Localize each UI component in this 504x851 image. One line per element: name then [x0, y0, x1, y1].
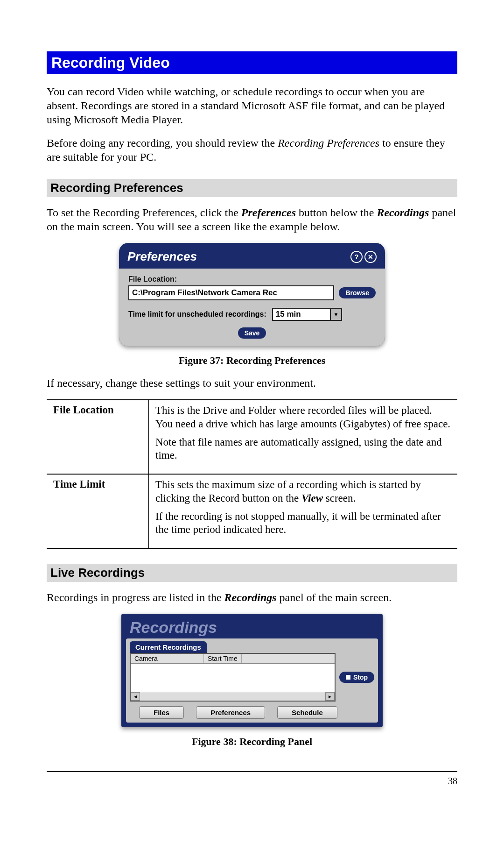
recordings-panel: Recordings Current Recordings Camera Sta… [121, 614, 383, 727]
subheading-recording-preferences: Recording Preferences [47, 179, 457, 197]
close-icon[interactable]: ✕ [364, 251, 377, 263]
settings-table: File Location This is the Drive and Fold… [47, 399, 457, 549]
page-footer: 38 [47, 771, 457, 787]
file-location-label: File Location: [128, 275, 376, 284]
section-heading: Recording Video [47, 51, 457, 74]
horizontal-scrollbar[interactable]: ◂ ▸ [131, 692, 335, 701]
text: Recordings in progress are listed in the [47, 591, 224, 603]
text: Note that file names are automatically a… [155, 436, 451, 463]
preferences-dialog: Preferences ? ✕ File Location: C:\Progra… [119, 243, 385, 346]
schedule-button[interactable]: Schedule [277, 706, 337, 719]
text-bolditalic: Recordings [377, 206, 429, 219]
text-italic: Recording Preferences [278, 137, 379, 149]
figure-38-caption: Figure 38: Recording Panel [47, 736, 457, 748]
browse-button[interactable]: Browse [339, 287, 376, 298]
text: This sets the maximum size of a recordin… [155, 478, 451, 505]
row1-label: File Location [47, 400, 149, 474]
scroll-left-icon[interactable]: ◂ [131, 692, 140, 701]
text-bolditalic: Preferences [241, 206, 296, 219]
text: This sets the maximum size of a recordin… [155, 479, 421, 504]
time-limit-label: Time limit for unscheduled recordings: [128, 310, 266, 319]
after-fig37-text: If necessary, change these settings to s… [47, 376, 457, 390]
text: panel of the main screen. [277, 591, 392, 603]
save-button[interactable]: Save [238, 327, 266, 339]
text: If the recording is not stopped manually… [155, 510, 451, 537]
help-icon[interactable]: ? [350, 251, 363, 263]
time-limit-select[interactable]: 15 min [272, 308, 331, 321]
chevron-down-icon[interactable]: ▾ [331, 308, 342, 321]
column-start-time[interactable]: Start Time [204, 654, 242, 663]
intro-paragraph-2: Before doing any recording, you should r… [47, 136, 457, 164]
figure-37-caption: Figure 37: Recording Preferences [47, 355, 457, 367]
text: button below the [296, 206, 377, 219]
text: This is the Drive and Folder where recor… [155, 404, 451, 431]
sub2-paragraph: Recordings in progress are listed in the… [47, 590, 457, 604]
subheading-live-recordings: Live Recordings [47, 564, 457, 582]
files-button[interactable]: Files [139, 706, 184, 719]
table-row: Time Limit This sets the maximum size of… [47, 474, 457, 548]
column-camera[interactable]: Camera [131, 654, 204, 663]
scroll-right-icon[interactable]: ▸ [325, 692, 335, 701]
intro-paragraph-1: You can record Video while watching, or … [47, 85, 457, 127]
text: Before doing any recording, you should r… [47, 137, 278, 149]
text-bolditalic: Recordings [224, 591, 277, 603]
recordings-title: Recordings [121, 614, 383, 638]
stop-button[interactable]: Stop [339, 672, 374, 683]
text-italic: View [301, 492, 323, 504]
stop-icon [346, 675, 350, 680]
tab-current-recordings[interactable]: Current Recordings [130, 641, 207, 653]
dialog-title: Preferences [127, 249, 197, 264]
page-number: 38 [448, 776, 457, 786]
preferences-button[interactable]: Preferences [196, 706, 265, 719]
text: screen. [323, 492, 356, 504]
row1-desc: This is the Drive and Folder where recor… [149, 400, 458, 474]
figure-37: Preferences ? ✕ File Location: C:\Progra… [47, 243, 457, 348]
text: To set the Recording Preferences, click … [47, 206, 241, 219]
file-location-input[interactable]: C:\Program Files\Network Camera Rec [128, 285, 334, 300]
table-row: File Location This is the Drive and Fold… [47, 400, 457, 474]
stop-label: Stop [353, 674, 368, 681]
row2-desc: This sets the maximum size of a recordin… [149, 474, 458, 548]
row2-label: Time Limit [47, 474, 149, 548]
recordings-list[interactable]: Camera Start Time ◂ ▸ [130, 653, 336, 702]
figure-38: Recordings Current Recordings Camera Sta… [47, 614, 457, 729]
sub1-paragraph: To set the Recording Preferences, click … [47, 206, 457, 234]
